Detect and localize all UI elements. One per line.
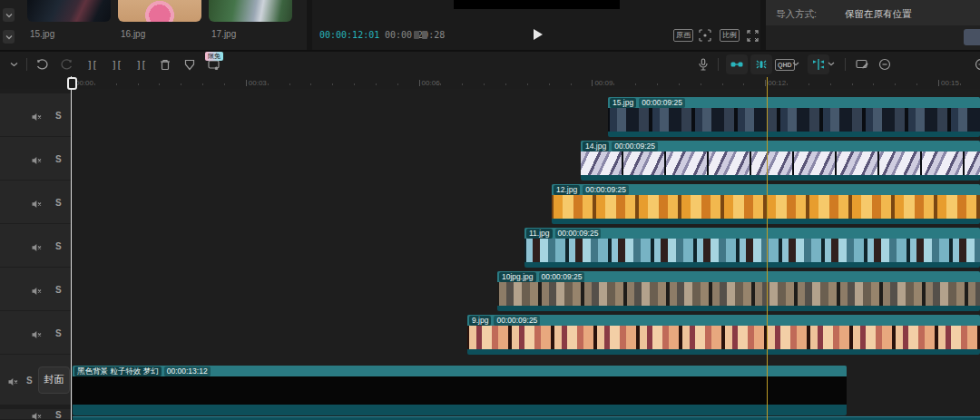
split-icon[interactable]: ][ — [83, 56, 100, 73]
ruler-tick — [376, 83, 377, 85]
ruler-tick — [310, 83, 311, 85]
ruler-label: 00:12 — [768, 79, 786, 87]
clip-header: 14.jpg 00:00:09:25 — [581, 141, 980, 151]
frame-view-icon[interactable] — [422, 31, 427, 39]
collapse-chevron-icon[interactable] — [5, 56, 22, 73]
media-thumbnail-card[interactable]: 17.jpg — [209, 0, 292, 22]
timeline-clip[interactable]: 15.jpg 00:00:09:25 — [608, 97, 980, 137]
clip-header: 12.jpg 00:00:09:25 — [552, 184, 980, 195]
ruler-label: 00:15 — [941, 79, 959, 87]
zoom-in-icon[interactable] — [973, 56, 980, 73]
redo-icon[interactable] — [58, 56, 74, 73]
ruler-tick — [701, 83, 701, 85]
ruler-label: 00:06 — [422, 79, 440, 87]
current-timecode: 00:00:12:01 — [319, 30, 379, 40]
ruler-tick — [94, 83, 95, 85]
frame-view-icon[interactable] — [414, 31, 419, 39]
timeline-edit-icon[interactable] — [854, 56, 870, 73]
timeline-clip[interactable] — [73, 416, 980, 420]
track-clips-lane: 11.jpg 00:00:09:25 — [0, 224, 980, 268]
ruler-tick — [246, 80, 247, 86]
microphone-icon[interactable] — [695, 56, 711, 73]
clip-filmstrip — [73, 376, 847, 405]
trim-left-icon[interactable]: ][ — [108, 56, 124, 73]
ruler-tick — [527, 83, 528, 85]
media-thumbnail-card[interactable]: 15.jpg — [27, 0, 111, 22]
preview-panel: 00:00:12:01 00:00:20:28 原画 比例 — [312, 0, 760, 50]
thumbnail-image[interactable] — [118, 0, 201, 22]
fullscreen-icon[interactable] — [747, 29, 759, 45]
thumbnail-name: 17.jpg — [211, 29, 236, 39]
clip-header: 15.jpg 00:00:09:25 — [608, 97, 980, 108]
track-row: S 封面 黑色背景 粒子特效 梦幻 00:00:13:12 — [0, 355, 980, 405]
media-thumbnail-card[interactable]: 16.jpg — [118, 0, 201, 22]
thumbnail-image[interactable] — [209, 0, 292, 22]
play-button[interactable] — [534, 29, 543, 40]
chevron-down-icon[interactable] — [791, 59, 800, 68]
media-scroll-down-button[interactable] — [3, 30, 15, 44]
ruler-tick — [571, 83, 572, 85]
undo-icon[interactable] — [34, 56, 51, 73]
ruler-tick — [679, 83, 680, 85]
chevron-down-icon — [5, 13, 13, 18]
ruler-tick — [613, 83, 614, 85]
track-row: S 10jpg.jpg 00:00:09:25 — [0, 268, 980, 311]
chevron-down-icon[interactable] — [827, 59, 836, 68]
clip-duration: 00:00:09:25 — [612, 142, 658, 151]
import-panel-row — [766, 25, 980, 50]
ruler-tick — [722, 83, 723, 85]
focus-icon[interactable] — [699, 29, 711, 45]
ruler-tick — [202, 83, 203, 85]
ruler-tick — [484, 83, 485, 85]
ruler-tick — [549, 83, 550, 85]
aspect-ratio-button[interactable]: 比例 — [720, 29, 740, 42]
import-button[interactable] — [964, 29, 980, 45]
ruler-tick — [159, 83, 160, 85]
ruler-tick — [830, 83, 831, 85]
import-method-label: 导入方式: — [776, 8, 817, 21]
clip-duration: 00:00:09:25 — [583, 185, 629, 195]
limited-free-badge: 限免 — [205, 52, 223, 61]
link-toggle[interactable] — [726, 54, 748, 74]
snap-magnet-toggle[interactable] — [750, 54, 772, 74]
import-method-value[interactable]: 保留在原有位置 — [845, 8, 912, 21]
preview-video — [454, 0, 620, 9]
mask-icon[interactable] — [181, 56, 198, 73]
video-editor-app: 15.jpg 16.jpg 17.jpg 00:00:12:01 00:00:2… — [0, 0, 980, 420]
ruler-tick — [138, 83, 139, 85]
clip-header: 黑色背景 粒子特效 梦幻 00:00:13:12 — [73, 366, 847, 376]
playhead-line[interactable] — [71, 76, 72, 420]
ruler-tick — [354, 83, 355, 85]
media-panel: 15.jpg 16.jpg 17.jpg — [0, 0, 307, 50]
timeline-clip[interactable]: 9.jpg 00:00:09:25 — [467, 315, 980, 355]
zoom-out-icon[interactable] — [877, 56, 893, 73]
chevron-down-icon — [5, 34, 13, 40]
ruler-tick — [657, 83, 658, 85]
clip-header: 11.jpg 00:00:09:25 — [524, 228, 980, 239]
track-row: S 15.jpg 00:00:09:25 — [0, 93, 980, 137]
ruler-tick — [873, 83, 874, 85]
timeline-clip[interactable]: 14.jpg 00:00:09:25 — [581, 141, 980, 181]
timeline-clip[interactable]: 11.jpg 00:00:09:25 — [524, 228, 980, 268]
trim-right-icon[interactable]: ][ — [132, 56, 149, 73]
timeline-ruler[interactable]: 00:0000:0300:0600:0900:1200:15 — [0, 77, 980, 89]
original-quality-button[interactable]: 原画 — [673, 29, 693, 42]
media-scroll-up-button[interactable] — [3, 8, 15, 22]
timeline-clip[interactable]: 12.jpg 00:00:09:25 — [552, 184, 980, 224]
track-clips-lane: 9.jpg 00:00:09:25 — [0, 311, 980, 355]
ruler-tick — [808, 83, 809, 85]
timeline-clip[interactable]: 10jpg.jpg 00:00:09:25 — [497, 271, 980, 311]
playhead-handle[interactable] — [67, 77, 77, 90]
thumbnail-name: 15.jpg — [30, 29, 54, 39]
thumbnail-image[interactable] — [27, 0, 111, 22]
delete-icon[interactable] — [157, 56, 173, 73]
track-clips-lane: 黑色背景 粒子特效 梦幻 00:00:13:12 — [0, 355, 980, 405]
ruler-tick — [743, 83, 744, 85]
clip-name: 9.jpg — [469, 316, 491, 326]
ruler-tick — [895, 83, 896, 85]
timeline-tracks: S 15.jpg 00:00:09:25 S 14.jpg 00:00:09:2… — [0, 89, 980, 420]
track-clips-lane: 12.jpg 00:00:09:25 — [0, 181, 980, 224]
preview-axis-line — [767, 77, 768, 420]
timeline-clip[interactable]: 黑色背景 粒子特效 梦幻 00:00:13:12 — [73, 366, 847, 415]
divider — [845, 58, 846, 71]
